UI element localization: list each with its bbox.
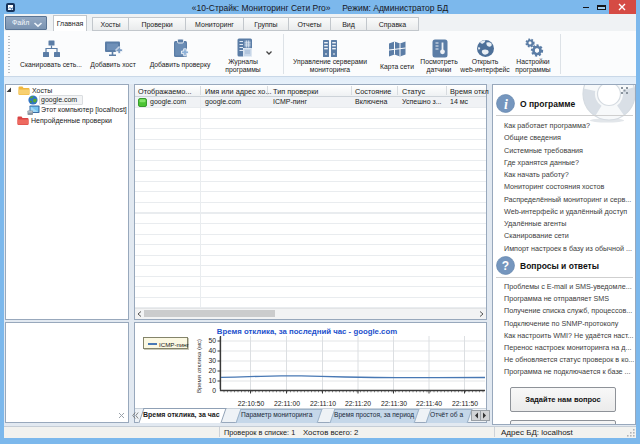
svg-text:22:11:50: 22:11:50 xyxy=(452,400,478,407)
svg-text:22:11:40: 22:11:40 xyxy=(416,400,442,407)
svg-text:22:11:10: 22:11:10 xyxy=(310,400,336,407)
svg-text:?: ? xyxy=(502,259,509,273)
svg-text:40: 40 xyxy=(208,347,216,354)
svg-text:Время отклика, за последний ча: Время отклика, за последний час - google… xyxy=(217,327,397,336)
svg-text:10: 10 xyxy=(208,377,216,384)
svg-text:Время отклика (мс): Время отклика (мс) xyxy=(196,339,202,393)
svg-text:20: 20 xyxy=(208,367,216,374)
svg-text:30: 30 xyxy=(208,357,216,364)
svg-text:22:11:30: 22:11:30 xyxy=(381,400,407,407)
svg-text:22:11:20: 22:11:20 xyxy=(345,400,371,407)
svg-text:22:11:00: 22:11:00 xyxy=(274,400,300,407)
svg-text:i: i xyxy=(504,97,508,112)
svg-text:50: 50 xyxy=(208,337,216,344)
svg-text:0: 0 xyxy=(212,387,216,394)
svg-text:22:10:50: 22:10:50 xyxy=(238,400,265,407)
